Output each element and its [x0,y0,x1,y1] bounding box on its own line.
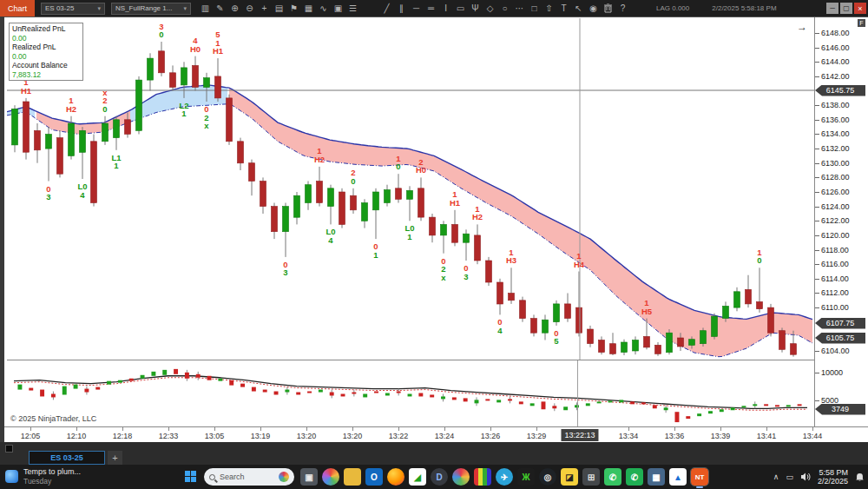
instrument-dropdown[interactable]: ES 03-25 ▾ [41,3,105,15]
text-tool-icon[interactable]: T [556,2,571,16]
candle-body [441,224,447,235]
taskbar-icon-telegram[interactable]: ✈ [496,468,513,486]
taskbar-icon-copilot[interactable] [322,468,339,486]
pitchfork-icon[interactable]: Ψ [468,2,483,16]
visibility-icon[interactable]: ◉ [586,2,601,16]
signal-label: 1 [114,161,119,170]
line-tool-icon[interactable]: ╱ [379,2,394,16]
indicator-tick [815,373,819,373]
arrow-up-icon[interactable]: ⇧ [542,2,556,16]
cast-device-icon[interactable]: ▭ [786,472,793,481]
taskbar-icon-discord[interactable]: D [431,468,448,486]
price-axis[interactable]: F 6148.006146.006144.006142.006138.00613… [814,17,868,426]
bar-type-icon[interactable]: ▥ [198,2,213,16]
clipboard-icon[interactable]: ▣ [331,2,345,16]
flag-icon[interactable]: ⚑ [286,2,301,16]
time-tick [306,427,307,431]
candle-body [554,304,560,322]
more-drawings-icon[interactable]: ⋯ [512,2,527,16]
text-cursor-icon[interactable]: I [438,2,453,16]
price-tick-label: 6134.00 [821,129,850,138]
indicator-mark [129,379,134,381]
log-icon[interactable]: ☰ [345,2,360,16]
taskbar-icon-wargaming[interactable]: ⊞ [582,468,600,486]
candle-body [317,182,323,203]
price-tick-label: 6138.00 [821,101,850,109]
chart-area[interactable]: 1H11H2x20304H051H11H220102H01H11H21H31H4… [4,17,868,442]
taskbar-weather-widget[interactable]: Temps to plum... Tuesday [5,467,81,486]
taskbar-icon-task-view[interactable]: ▣ [300,468,318,486]
taskbar-icon-outlook[interactable]: O [365,468,383,486]
indicator-tick-label: 10000 [821,368,843,377]
indicator-mark [285,390,289,393]
help-icon[interactable]: ? [615,2,630,16]
price-tick-label: 6148.00 [821,29,850,37]
speaker-icon[interactable] [800,472,811,481]
horizontal-line-icon[interactable]: ─ [409,2,424,16]
taskbar-clock[interactable]: 5:58 PM 2/2/2025 [818,468,848,486]
pointer-icon[interactable]: ↖ [571,2,586,16]
taskbar-icon-file-explorer[interactable] [344,468,361,486]
taskbar-icon-media-colors[interactable] [474,468,491,486]
trash-icon[interactable] [601,2,615,16]
chart-window-tab[interactable]: Chart [0,0,35,17]
add-tab-button[interactable]: + [108,451,122,465]
parallel-lines-icon[interactable]: ∥ [394,2,409,16]
ruler-icon[interactable]: ▭ [453,2,468,16]
taskbar-icon-sticky-notes[interactable]: ◪ [561,468,578,486]
minimize-button[interactable]: ─ [826,3,838,14]
extended-line-icon[interactable]: ═ [424,2,438,16]
taskbar-icon-ninjatrader[interactable]: NT [691,468,708,486]
price-tick [815,264,819,265]
taskbar-icon-chat-green-1[interactable]: ✆ [604,468,621,486]
crosshair-icon[interactable]: + [257,2,272,16]
signal-label: H1 [21,86,32,96]
search-input[interactable]: Search [204,468,294,486]
scroll-to-latest-icon[interactable]: → [797,21,807,33]
time-tick [536,427,537,431]
indicator-panel-chart[interactable] [7,360,814,426]
close-button[interactable]: × [854,3,866,14]
zigzag-icon[interactable]: ∿ [316,2,331,16]
taskbar-icon-photos[interactable] [452,468,470,486]
fixed-scale-badge[interactable]: F [858,19,865,27]
price-tick-label: 6104.00 [821,347,850,355]
start-button[interactable] [185,471,197,483]
price-panel-chart[interactable]: 1H11H2x20304H051H11H220102H01H11H21H31H4… [7,18,814,360]
taskbar-icon-firefox[interactable] [387,468,404,486]
indicator-mark [418,393,423,397]
indicator-value-badge: 3749 [815,404,865,415]
candle-body [181,68,187,85]
zoom-in-icon[interactable]: ⊕ [227,2,242,16]
tray-chevron-icon[interactable]: ∧ [773,472,779,481]
indicator-mark [207,376,212,380]
signal-label: 3 [464,272,468,281]
taskbar-icon-chat-green-2[interactable]: ✆ [626,468,643,486]
signal-label: H2 [314,155,325,164]
pencil-icon[interactable]: ✎ [213,2,227,16]
taskbar-icon-stocks[interactable]: ◢ [409,468,426,486]
time-tick [260,427,261,431]
taskbar-icon-nt-blue[interactable]: ▲ [669,468,687,486]
tab-es-03-25[interactable]: ES 03-25 [29,451,105,465]
restore-button[interactable]: ▢ [840,3,852,14]
diamond-icon[interactable]: ◇ [483,2,497,16]
price-tick [815,48,819,49]
chart-trader-icon[interactable]: ▦ [301,2,316,16]
rectangle-icon[interactable]: □ [527,2,542,16]
ellipse-icon[interactable]: ○ [497,2,512,16]
indicator-dropdown[interactable]: NS_FullRange 1... ▾ [111,3,191,15]
taskbar-icon-obs[interactable]: ◎ [539,468,556,486]
taskbar-icon-calculator[interactable]: ▦ [648,468,665,486]
time-axis[interactable]: 12:0512:1012:1812:3313:0513:1913:2013:20… [4,426,868,443]
data-box-icon[interactable]: ▤ [272,2,286,16]
taskbar-icon-razer[interactable]: Ж [517,468,535,486]
notification-bell-icon[interactable] [855,472,865,482]
zoom-out-icon[interactable]: ⊖ [242,2,257,16]
indicator-mark [542,401,546,409]
candle-body [204,78,210,88]
indicator-mark [84,389,89,393]
indicator-mark [40,390,44,397]
tab-strip-icon[interactable] [5,445,13,453]
indicator-mark [508,399,512,400]
